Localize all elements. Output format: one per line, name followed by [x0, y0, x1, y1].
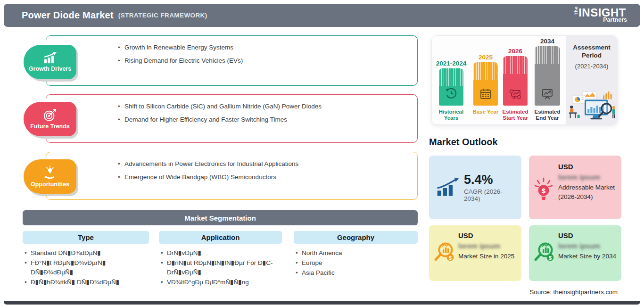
list-item: Emergence of Wide Bandgap (WBG) Semicond… [118, 173, 409, 181]
cagr-label: CAGR (2026-2034) [464, 188, 517, 202]
brand-logo: The INSIGHT Partners [574, 8, 626, 23]
svg-text:$: $ [549, 255, 552, 261]
bulb-hand-icon [43, 165, 57, 180]
history-clock-icon [445, 88, 457, 100]
column-header-type: Type [23, 231, 149, 244]
infographic-page: Power Diode Market (STRATEGIC FRAMEWORK)… [0, 0, 644, 305]
masked-value: lorem ipsum [558, 242, 617, 250]
card-caption: Market Size in 2025 [458, 252, 517, 261]
masked-value: lorem ipsum [558, 173, 617, 181]
presentation-board-icon [541, 88, 554, 100]
future-trends-section: Shift to Silicon Carbide (SiC) and Galli… [23, 94, 418, 143]
list-item: Asia Pacific [296, 268, 418, 278]
logo-insight-text: INSIGHT [578, 8, 626, 18]
list-item: Growth in Renewable Energy Systems [118, 43, 409, 52]
list-item: Shift to Silicon Carbide (SiC) and Galli… [118, 102, 409, 111]
list-item: VÐ¾ltÐ°gÐµ Ð¡lÐ°mÑ▮Ñ▮ng [161, 278, 278, 287]
addressable-market-card: $ USD lorem ipsum Addressable Market (20… [529, 156, 621, 219]
future-trends-list: Shift to Silicon Carbide (SiC) and Galli… [118, 102, 409, 124]
estimated-start-year-bar [503, 56, 528, 106]
market-segmentation-header: Market Segmentation [23, 210, 418, 225]
footer-divider [4, 301, 640, 305]
cagr-chart-icon [436, 177, 459, 198]
badge-label: Growth Drivers [29, 66, 71, 72]
geography-list: North America Europe Asia Pacific [294, 248, 418, 278]
cagr-value: 5.4% [464, 173, 517, 187]
base-year-bar [473, 62, 498, 106]
list-item: North America [296, 248, 418, 258]
opportunities-section: Advancements in Power Electronics for In… [23, 152, 418, 200]
growth-chart-icon [42, 52, 58, 64]
market-segmentation-title: Market Segmentation [184, 214, 256, 222]
bar-caption-est-end: Estimated End Year [530, 109, 565, 121]
magnifier-chart-green-icon: $ [533, 240, 556, 264]
badge-label: Opportunities [31, 181, 69, 188]
cagr-card: 5.4% CAGR (2026-2034) [429, 156, 521, 219]
year-label-est-end: 2034 [526, 38, 569, 45]
analytics-illustration [568, 90, 617, 123]
type-list: Standard DÑ▮Ð¾dÐµÑ▮ FÐ°Ñ▮t RÐµÑ▮Ð¾vÐµrÑ▮… [23, 248, 124, 287]
badge-label: Future Trends [30, 123, 69, 130]
historical-years-bar [439, 68, 463, 106]
bar-caption-est-start: Estimated Start Year [498, 109, 533, 121]
page-title: Power Diode Market [22, 10, 114, 21]
svg-text:$: $ [542, 187, 546, 195]
year-label-est-start: 2026 [494, 48, 537, 55]
list-item: Ð▮nÑ▮ut RÐµÑ▮tÑ▮fÑ▮Ðµr For Ð▮C-DrÑ▮vÐµÑ▮ [161, 258, 278, 277]
growth-drivers-badge: Growth Drivers [24, 45, 76, 79]
bar-caption-historical: Historical Years [434, 109, 469, 121]
assessment-period-panel: Assessment Period (2021-2034) [566, 36, 617, 124]
card-caption: Market Size by 2034 [558, 252, 617, 261]
future-trends-badge: Future Trends [24, 102, 76, 136]
list-item: FÐ°Ñ▮t RÐµÑ▮Ð¾vÐµrÑ▮ DÑ▮Ð¾dÐµÑ▮ [25, 258, 124, 277]
currency-label: USD [458, 231, 517, 239]
list-item: Rising Demand for Electric Vehicles (EVs… [118, 57, 409, 65]
calendar-icon [479, 88, 492, 100]
column-header-application: Application [159, 231, 282, 244]
list-item: Ð▮Ñ▮hÐ¾ttkÑ▮ DÑ▮Ð¾dÐµÑ▮ [25, 278, 124, 287]
assessment-period-title: Assessment Period [566, 43, 617, 59]
growth-drivers-section: Growth in Renewable Energy Systems Risin… [23, 35, 418, 86]
year-label-base: 2025 [464, 54, 507, 61]
forecast-gear-icon [509, 88, 522, 100]
page-subtitle: (STRATEGIC FRAMEWORK) [118, 12, 207, 19]
svg-text:$: $ [449, 255, 452, 261]
list-item: DrÑ▮vÐµÑ▮ [161, 248, 278, 258]
magnifier-chart-orange-icon: $ [433, 240, 456, 264]
source-attribution: Source: theinsightpartners.com [529, 289, 618, 296]
target-dart-icon [43, 108, 57, 122]
currency-label: USD [558, 163, 617, 171]
list-item: Standard DÑ▮Ð¾dÐµÑ▮ [25, 248, 124, 258]
growth-drivers-box: Growth in Renewable Energy Systems Risin… [46, 35, 418, 86]
list-item: Europe [296, 258, 418, 268]
list-item: Demand for Higher Efficiency and Faster … [118, 115, 409, 124]
list-item: Advancements in Power Electronics for In… [118, 160, 409, 168]
market-size-2034-card: $ USD lorem ipsum Market Size by 2034 [529, 225, 621, 281]
segmentation-column-application: Application DrÑ▮vÐµÑ▮ Ð▮nÑ▮ut RÐµÑ▮tÑ▮fÑ… [159, 231, 282, 288]
column-header-geography: Geography [294, 231, 418, 244]
header-bar: Power Diode Market (STRATEGIC FRAMEWORK)… [4, 4, 640, 27]
market-outlook-title: Market Outlook [429, 137, 498, 148]
future-trends-box: Shift to Silicon Carbide (SiC) and Galli… [46, 94, 418, 143]
card-caption: Addressable Market (2026-2034) [558, 183, 617, 202]
segmentation-column-geography: Geography North America Europe Asia Paci… [294, 231, 418, 278]
estimated-end-year-bar [535, 46, 560, 106]
currency-label: USD [558, 231, 617, 239]
opportunities-list: Advancements in Power Electronics for In… [118, 160, 409, 181]
assessment-timeline-card: 2021-2024 2025 2026 2034 [431, 35, 618, 125]
assessment-period-range: (2021-2034) [566, 63, 617, 70]
bulb-dollar-icon: $ [534, 177, 553, 202]
opportunities-box: Advancements in Power Electronics for In… [46, 152, 418, 200]
opportunities-badge: Opportunities [24, 159, 76, 194]
masked-value: lorem ipsum [458, 242, 517, 250]
growth-drivers-list: Growth in Renewable Energy Systems Risin… [118, 43, 409, 65]
year-label-historical: 2021-2024 [430, 60, 472, 67]
market-size-2025-card: $ USD lorem ipsum Market Size in 2025 [429, 225, 521, 281]
segmentation-column-type: Type Standard DÑ▮Ð¾dÐµÑ▮ FÐ°Ñ▮t RÐµÑ▮Ð¾v… [23, 231, 149, 288]
application-list: DrÑ▮vÐµÑ▮ Ð▮nÑ▮ut RÐµÑ▮tÑ▮fÑ▮Ðµr For Ð▮C… [159, 248, 278, 287]
logo-the-text: The [574, 10, 578, 15]
